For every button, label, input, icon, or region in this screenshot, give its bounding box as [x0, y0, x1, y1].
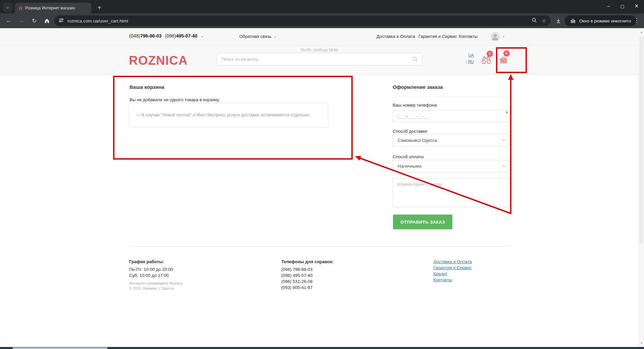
feedback-chevron-down-icon: ⌄: [274, 34, 277, 39]
window-close-icon[interactable]: ✕: [634, 3, 639, 9]
schedule-title: График работы:: [129, 259, 183, 265]
cart-title: Ваша корзина: [130, 84, 164, 90]
site-logo[interactable]: ROZNICA: [129, 54, 188, 68]
tab-search-button[interactable]: ⌄: [3, 2, 12, 12]
footer-phone: (096) 531-26-08: [281, 279, 334, 285]
payment-method-label: Способ оплаты: [393, 154, 424, 159]
browser-tab[interactable]: R Розница Интернет магазин ши ✕: [15, 3, 91, 13]
comment-area-wrap: [393, 178, 510, 207]
forward-icon[interactable]: →: [17, 17, 26, 25]
site-topbar: (048)796-86-03 (098)495-07-40 ⌄ Обратная…: [0, 28, 638, 46]
select-chevron-down-icon: ▼: [502, 165, 505, 168]
back-icon[interactable]: ←: [5, 17, 13, 25]
cart-badge: 0: [503, 50, 510, 57]
zoom-icon[interactable]: [532, 17, 537, 24]
delivery-select[interactable]: Самовывоз Одесса ▼: [393, 134, 510, 147]
topnav-delivery-link[interactable]: Доставка и Оплата: [377, 34, 415, 39]
footer-schedule-column: График работы: Пн-Пт: 10:00 до 20:00 Суб…: [129, 259, 183, 291]
work-hours: Пн-Пт: 10:00 до 18:00: [216, 48, 422, 52]
new-tab-button[interactable]: +: [95, 3, 104, 12]
browser-window: ⌄ R Розница Интернет магазин ши ✕ + ─ ▢ …: [0, 0, 644, 349]
footer-phone: (048) 796-86-03: [281, 267, 334, 273]
downloads-icon[interactable]: [554, 17, 562, 25]
copyright-line: © 2015 Украина, г. Одесса: [129, 286, 183, 291]
footer-delivery-link[interactable]: Доставка и Оплата: [433, 259, 472, 265]
reload-icon[interactable]: ↻: [30, 17, 38, 25]
order-comment-textarea[interactable]: [393, 178, 509, 207]
select-chevron-down-icon: ▼: [502, 139, 505, 142]
footer-links-column: Доставка и Оплата Гарантия и Сервис Кред…: [433, 259, 472, 283]
compare-badge: 0: [487, 51, 493, 57]
account-avatar[interactable]: [491, 32, 500, 41]
incognito-badge: Окно в режиме инкогнито: [564, 15, 636, 26]
phone-number-2: (098)495-07-40: [165, 33, 198, 39]
cart-empty-message: Вы не добавили ни одного товара в корзин…: [130, 97, 219, 102]
payment-select[interactable]: Наличными ▼: [393, 160, 510, 172]
window-minimize-icon[interactable]: ─: [607, 4, 610, 9]
footer-divider: [129, 246, 510, 247]
scrollbar-up-icon[interactable]: ▲: [639, 31, 644, 34]
phone-input-wrap: [393, 110, 510, 122]
feedback-menu[interactable]: Обратная связь ⌄: [239, 34, 277, 39]
scrollbar-thumb[interactable]: [639, 36, 643, 244]
site-favicon: R: [19, 5, 22, 11]
submit-order-button[interactable]: ОТПРАВИТЬ ЗАКАЗ: [393, 215, 452, 229]
footer-warranty-link[interactable]: Гарантия и Сервис: [433, 265, 472, 271]
browser-toolbar: ← → ↻ roznica.com.ua/user_cart.html ☆: [0, 13, 644, 28]
site-header: ROZNICA Пн-Пт: 10:00 до 18:00 UA | RU 0: [0, 46, 638, 75]
incognito-label: Окно в режиме инкогнито: [579, 18, 631, 23]
delivery-method-label: Способ доставки: [393, 129, 427, 134]
browser-menu-icon[interactable]: ⋮: [634, 17, 639, 24]
incognito-icon: [570, 18, 576, 23]
schedule-line: Суб: 10:00 до 17:00: [129, 273, 183, 279]
company-line: Интернет-супермаркет Roznica: [129, 281, 183, 286]
phone-input[interactable]: [393, 110, 509, 122]
phones-chevron-down-icon[interactable]: ⌄: [201, 34, 204, 38]
footer-phones-column: Телефоны для справок: (048) 796-86-03 (0…: [281, 259, 334, 291]
delivery-note-box: — В случае "Новой почтой" и МистЭкспресс…: [129, 103, 328, 127]
order-form-title: Оформление заказа: [393, 84, 443, 90]
schedule-line: Пн-Пт: 10:00 до 20:00: [129, 267, 183, 273]
cart-icon[interactable]: [499, 56, 508, 65]
topnav-warranty-link[interactable]: Гарантия и Сервис: [418, 34, 457, 39]
tab-title-fade: [72, 5, 81, 11]
footer-phone: (093) 805-41-97: [281, 285, 334, 291]
url-bar[interactable]: roznica.com.ua/user_cart.html ☆: [54, 15, 550, 26]
home-icon[interactable]: [43, 17, 51, 25]
site-settings-icon[interactable]: [58, 17, 64, 24]
catalog-search-input[interactable]: [217, 53, 422, 65]
delivery-note-text: — В случае "Новой почтой" и МистЭкспресс…: [136, 112, 310, 117]
page-bottom-strip-highlight: [13, 347, 107, 349]
phone-label: Ваш номер телефона: [393, 103, 437, 108]
footer-phone: (098) 495-07-40: [281, 273, 334, 279]
account-chevron-down-icon[interactable]: ⌄: [502, 34, 505, 38]
scrollbar-down-icon[interactable]: ▼: [639, 342, 644, 345]
tab-title: Розница Интернет магазин ши: [25, 6, 76, 10]
form-divider: [393, 97, 510, 97]
required-asterisk: *: [506, 111, 508, 116]
lang-ua-link[interactable]: UA: [468, 53, 474, 58]
vertical-scrollbar[interactable]: ▲ ▼: [638, 28, 644, 347]
search-icon[interactable]: [412, 56, 418, 64]
language-switcher: UA | RU: [464, 52, 474, 65]
header-phones[interactable]: (048)796-86-03 (098)495-07-40 ⌄: [129, 33, 204, 39]
footer-contacts-link[interactable]: Контакты: [433, 277, 472, 283]
topnav-contacts-link[interactable]: Контакты: [459, 34, 478, 39]
footer-phones-title: Телефоны для справок:: [281, 259, 334, 265]
bookmark-star-icon[interactable]: ☆: [542, 18, 546, 24]
window-maximize-icon[interactable]: ▢: [620, 4, 624, 9]
footer-credit-link[interactable]: Кредит: [433, 271, 472, 277]
tab-strip: ⌄ R Розница Интернет магазин ши ✕ + ─ ▢ …: [0, 0, 644, 13]
search-box[interactable]: [216, 53, 422, 65]
lang-ru-link[interactable]: RU: [468, 59, 474, 64]
url-text[interactable]: roznica.com.ua/user_cart.html: [67, 18, 527, 23]
phone-number-1: (048)796-86-03: [129, 33, 162, 39]
